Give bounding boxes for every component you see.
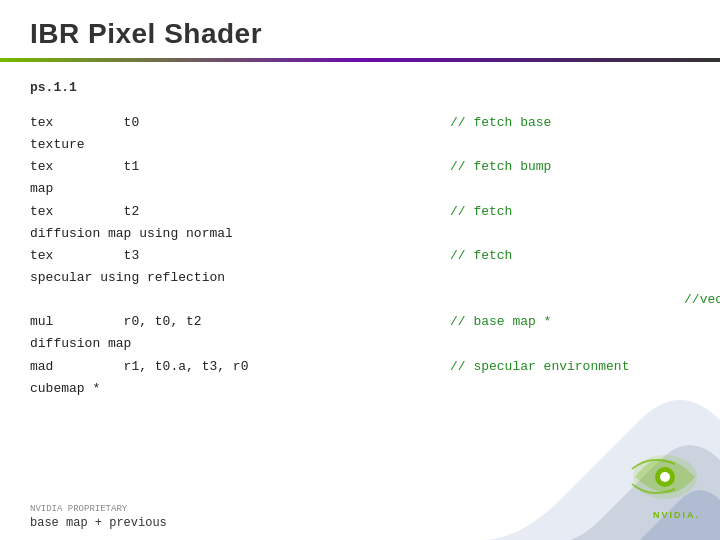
code-continuation-7: cubemap * (30, 379, 690, 399)
code-left-3: tex t2 (30, 202, 450, 222)
code-continuation-1: texture (30, 135, 690, 155)
footer: NVIDIA PROPRIETARY base map + previous (30, 504, 167, 530)
code-left-1: tex t0 (30, 113, 450, 133)
code-comment-3: // fetch (450, 202, 690, 222)
footer-label: NVIDIA PROPRIETARY (30, 504, 167, 514)
code-comment-2: // fetch bump (450, 157, 690, 177)
code-left-2: tex t1 (30, 157, 450, 177)
main-content: ps.1.1 tex t0 // fetch base texture tex … (0, 62, 720, 421)
nvidia-logo-area: NVIDIA. (630, 449, 700, 520)
code-continuation-2: map (30, 179, 690, 199)
code-comment-1: // fetch base (450, 113, 690, 133)
code-cont-text-6: diffusion map (30, 334, 450, 354)
code-comment-6: // base map * (450, 312, 690, 332)
code-left-4: tex t3 (30, 246, 450, 266)
code-block: tex t0 // fetch base texture tex t1 // f… (30, 113, 690, 421)
svg-point-2 (660, 472, 670, 482)
code-row-8: // specular (30, 401, 690, 421)
code-comment-8: // specular (450, 401, 720, 421)
code-comment-5: //vector (450, 290, 720, 310)
shader-version: ps.1.1 (30, 80, 690, 95)
code-row-6: mul r0, t0, t2 // base map * (30, 312, 690, 332)
code-cont-text-3: diffusion map using normal (30, 224, 450, 244)
code-left-7: mad r1, t0.a, t3, r0 (30, 357, 450, 377)
code-cont-text-2: map (30, 179, 450, 199)
code-comment-7: // specular environment (450, 357, 690, 377)
code-row-5: //vector (30, 290, 690, 310)
nvidia-eye-icon (630, 449, 700, 504)
code-continuation-3: diffusion map using normal (30, 224, 690, 244)
code-continuation-4: specular using reflection (30, 268, 690, 288)
nvidia-wordmark: NVIDIA. (630, 510, 700, 520)
code-comment-4: // fetch (450, 246, 690, 266)
code-cont-text-7: cubemap * (30, 379, 450, 399)
code-row-2: tex t1 // fetch bump (30, 157, 690, 177)
code-cont-text-4: specular using reflection (30, 268, 450, 288)
code-row-7: mad r1, t0.a, t3, r0 // specular environ… (30, 357, 690, 377)
code-row-3: tex t2 // fetch (30, 202, 690, 222)
footer-text: base map + previous (30, 516, 167, 530)
code-cont-text-1: texture (30, 135, 450, 155)
code-continuation-6: diffusion map (30, 334, 690, 354)
header: IBR Pixel Shader (0, 0, 720, 58)
code-row-1: tex t0 // fetch base (30, 113, 690, 133)
code-row-4: tex t3 // fetch (30, 246, 690, 266)
page-title: IBR Pixel Shader (30, 18, 690, 50)
code-left-6: mul r0, t0, t2 (30, 312, 450, 332)
